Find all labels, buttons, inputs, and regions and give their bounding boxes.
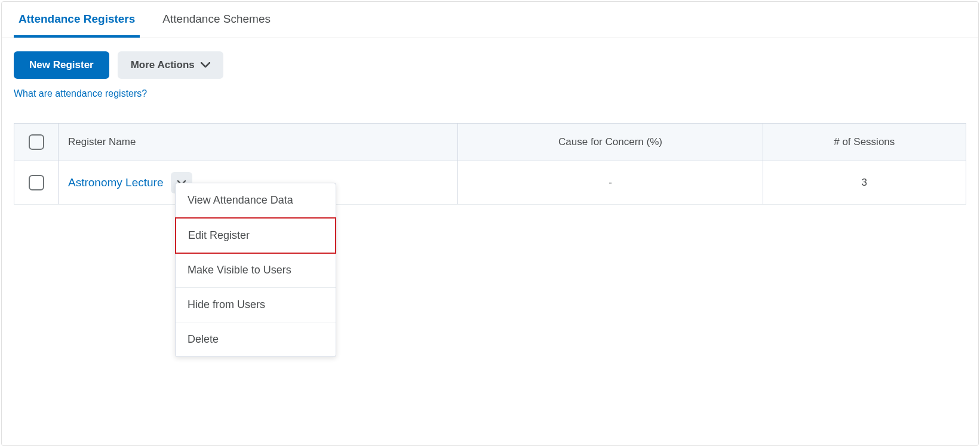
menu-view-attendance-data[interactable]: View Attendance Data <box>176 183 336 218</box>
header-cause-concern: Cause for Concern (%) <box>458 124 763 161</box>
registers-table: Register Name Cause for Concern (%) # of… <box>14 123 966 205</box>
row-actions-menu: View Attendance Data Edit Register Make … <box>175 183 336 357</box>
tab-attendance-registers[interactable]: Attendance Registers <box>14 2 140 38</box>
header-checkbox-cell <box>14 124 59 161</box>
attendance-page: Attendance Registers Attendance Schemes … <box>1 1 979 446</box>
table-container: Register Name Cause for Concern (%) # of… <box>2 99 978 217</box>
row-checkbox[interactable] <box>29 175 44 190</box>
menu-make-visible[interactable]: Make Visible to Users <box>176 253 336 288</box>
menu-hide-from-users[interactable]: Hide from Users <box>176 288 336 322</box>
header-sessions: # of Sessions <box>763 124 966 161</box>
chevron-down-icon <box>201 62 210 68</box>
more-actions-label: More Actions <box>131 59 195 71</box>
menu-edit-register[interactable]: Edit Register <box>175 217 336 254</box>
help-link[interactable]: What are attendance registers? <box>2 79 978 99</box>
table-header-row: Register Name Cause for Concern (%) # of… <box>14 124 966 161</box>
row-concern-cell: - <box>458 161 763 205</box>
toolbar: New Register More Actions <box>2 38 978 79</box>
new-register-button[interactable]: New Register <box>14 51 109 79</box>
tab-attendance-schemes[interactable]: Attendance Schemes <box>158 2 275 38</box>
tabs-bar: Attendance Registers Attendance Schemes <box>2 2 978 38</box>
register-link[interactable]: Astronomy Lecture <box>68 176 163 189</box>
menu-delete[interactable]: Delete <box>176 322 336 356</box>
row-checkbox-cell <box>14 161 59 205</box>
row-sessions-cell: 3 <box>763 161 966 205</box>
select-all-checkbox[interactable] <box>29 134 44 150</box>
table-row: Astronomy Lecture - 3 <box>14 161 966 205</box>
header-register-name: Register Name <box>59 124 458 161</box>
more-actions-button[interactable]: More Actions <box>118 51 223 79</box>
